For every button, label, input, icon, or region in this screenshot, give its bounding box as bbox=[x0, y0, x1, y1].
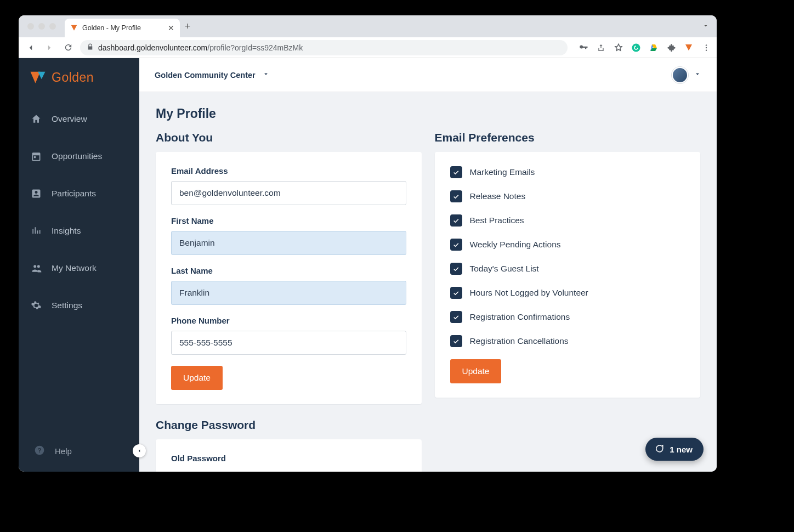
main: Golden Community Center My Profile bbox=[139, 58, 717, 472]
sidebar-item-participants[interactable]: Participants bbox=[19, 175, 139, 212]
people-icon bbox=[31, 263, 42, 274]
email-field[interactable] bbox=[171, 181, 406, 205]
left-column: About You Email Address First Name bbox=[156, 131, 422, 472]
sidebar-item-opportunities[interactable]: Opportunities bbox=[19, 138, 139, 175]
extensions-icon[interactable] bbox=[666, 43, 676, 53]
grammarly-icon[interactable] bbox=[631, 43, 641, 53]
email-prefs-section-title: Email Preferences bbox=[435, 131, 701, 144]
change-password-section-title: Change Password bbox=[156, 418, 422, 432]
window-minimize[interactable] bbox=[38, 23, 45, 30]
email-pref-row[interactable]: Release Notes bbox=[450, 190, 685, 202]
help-icon: ? bbox=[34, 445, 45, 457]
gear-icon bbox=[31, 300, 42, 311]
svg-point-0 bbox=[632, 43, 640, 52]
sidebar-collapse-button[interactable] bbox=[133, 444, 146, 457]
lock-icon bbox=[87, 43, 94, 52]
chat-widget[interactable]: 1 new bbox=[645, 438, 704, 461]
email-pref-row[interactable]: Weekly Pending Actions bbox=[450, 239, 685, 251]
about-update-button[interactable]: Update bbox=[171, 366, 223, 390]
sidebar-item-label: Insights bbox=[52, 226, 81, 236]
golden-ext-icon[interactable] bbox=[684, 43, 694, 53]
email-pref-label: Best Practices bbox=[470, 216, 524, 225]
star-icon[interactable] bbox=[614, 43, 623, 53]
email-pref-label: Hours Not Logged by Volunteer bbox=[470, 288, 588, 298]
logo[interactable]: Golden bbox=[19, 58, 139, 90]
first-name-label: First Name bbox=[171, 216, 406, 225]
checkbox-icon[interactable] bbox=[450, 190, 462, 202]
url-field[interactable]: dashboard.goldenvolunteer.com/profile?or… bbox=[80, 40, 568, 55]
svg-point-2 bbox=[706, 47, 707, 48]
email-pref-row[interactable]: Registration Cancellations bbox=[450, 335, 685, 347]
topbar: Golden Community Center bbox=[139, 58, 717, 92]
sidebar-item-label: Opportunities bbox=[52, 151, 102, 161]
sidebar-item-overview[interactable]: Overview bbox=[19, 100, 139, 138]
tab-favicon bbox=[70, 24, 78, 32]
email-pref-row[interactable]: Marketing Emails bbox=[450, 166, 685, 178]
person-badge-icon bbox=[31, 188, 42, 199]
share-icon[interactable] bbox=[596, 43, 606, 53]
last-name-field[interactable] bbox=[171, 281, 406, 305]
chat-icon bbox=[654, 444, 664, 455]
first-name-field[interactable] bbox=[171, 231, 406, 255]
window-controls[interactable] bbox=[24, 23, 60, 30]
new-tab-button[interactable]: + bbox=[180, 21, 195, 32]
key-icon[interactable] bbox=[579, 43, 588, 53]
sidebar-item-label: My Network bbox=[52, 263, 97, 273]
back-button[interactable] bbox=[24, 41, 37, 54]
phone-field[interactable] bbox=[171, 331, 406, 355]
checkbox-icon[interactable] bbox=[450, 287, 462, 299]
old-password-label: Old Password bbox=[171, 454, 406, 463]
checkbox-icon[interactable] bbox=[450, 311, 462, 323]
last-name-label: Last Name bbox=[171, 266, 406, 275]
home-icon bbox=[31, 114, 42, 124]
drive-icon[interactable] bbox=[649, 43, 659, 53]
svg-point-3 bbox=[706, 49, 707, 50]
sidebar-item-my-network[interactable]: My Network bbox=[19, 250, 139, 287]
org-selector[interactable]: Golden Community Center bbox=[155, 70, 270, 80]
email-pref-row[interactable]: Registration Confirmations bbox=[450, 311, 685, 323]
user-menu[interactable] bbox=[672, 67, 701, 83]
sidebar-nav: Overview Opportunities Participants bbox=[19, 90, 139, 324]
window-zoom[interactable] bbox=[49, 23, 56, 30]
chevron-down-icon bbox=[262, 70, 270, 80]
email-pref-row[interactable]: Today's Guest List bbox=[450, 263, 685, 275]
browser-menu-icon[interactable] bbox=[701, 43, 711, 53]
chevron-down-icon bbox=[694, 70, 701, 80]
reload-button[interactable] bbox=[61, 41, 75, 54]
extension-icons bbox=[573, 43, 711, 53]
email-pref-row[interactable]: Best Practices bbox=[450, 214, 685, 227]
tab-strip: Golden - My Profile ✕ + bbox=[19, 15, 717, 37]
email-pref-label: Registration Confirmations bbox=[470, 312, 570, 322]
window-close[interactable] bbox=[27, 23, 34, 30]
checkbox-icon[interactable] bbox=[450, 335, 462, 347]
email-pref-row[interactable]: Hours Not Logged by Volunteer bbox=[450, 287, 685, 299]
sidebar-item-insights[interactable]: Insights bbox=[19, 212, 139, 250]
forward-button[interactable] bbox=[43, 41, 56, 54]
sidebar-item-label: Participants bbox=[52, 189, 96, 199]
browser-window: Golden - My Profile ✕ + dashboard.golden… bbox=[19, 15, 717, 472]
sidebar-item-label: Overview bbox=[52, 114, 87, 124]
about-section-title: About You bbox=[156, 131, 422, 144]
checkbox-icon[interactable] bbox=[450, 214, 462, 227]
tab-close-icon[interactable]: ✕ bbox=[168, 24, 174, 32]
email-pref-label: Marketing Emails bbox=[470, 167, 535, 177]
chat-label: 1 new bbox=[670, 445, 693, 454]
logo-mark-icon bbox=[30, 71, 46, 85]
browser-tab[interactable]: Golden - My Profile ✕ bbox=[65, 19, 180, 37]
tabs-overflow-icon[interactable] bbox=[702, 21, 717, 31]
logo-text: Golden bbox=[52, 70, 94, 85]
right-column: Email Preferences Marketing EmailsReleas… bbox=[435, 131, 701, 398]
sidebar: Golden Overview Opportunities bbox=[19, 58, 139, 472]
app-root: Golden Overview Opportunities bbox=[19, 58, 717, 472]
email-prefs-update-button[interactable]: Update bbox=[450, 359, 502, 383]
email-pref-label: Registration Cancellations bbox=[470, 336, 569, 346]
checkbox-icon[interactable] bbox=[450, 166, 462, 178]
phone-label: Phone Number bbox=[171, 316, 406, 325]
sidebar-help[interactable]: ? Help bbox=[19, 434, 139, 472]
about-card: Email Address First Name Last Name bbox=[156, 152, 422, 404]
checkbox-icon[interactable] bbox=[450, 239, 462, 251]
url-path: /profile?orgId=ss924mBzMk bbox=[207, 43, 303, 52]
sidebar-item-settings[interactable]: Settings bbox=[19, 287, 139, 324]
email-label: Email Address bbox=[171, 166, 406, 176]
checkbox-icon[interactable] bbox=[450, 263, 462, 275]
